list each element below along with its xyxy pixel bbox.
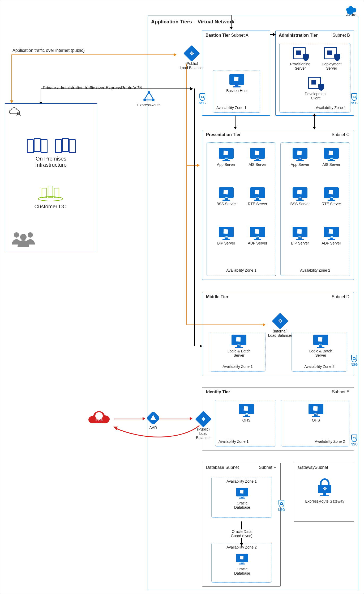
vm-icon: VM — [219, 227, 234, 239]
azure-logo: Azure — [345, 5, 357, 17]
db-az1: Availability Zone 1 VMOracle Database — [211, 477, 272, 518]
pres-az2-label: Availability Zone 2 — [281, 268, 350, 272]
vm-icon: VM — [236, 554, 248, 564]
expressroute: ExpressRoute — [137, 91, 161, 107]
load-balancer-icon — [183, 45, 200, 62]
admin-tier: Administration Tier Subnet B Provisionin… — [275, 31, 354, 116]
admin-az-label: Availability Zone 1 — [316, 106, 346, 110]
vm-icon: VM — [309, 404, 323, 416]
aad-icon — [147, 412, 159, 424]
identity-tier: Identity Tier Subnet E VMOHS Availabilit… — [202, 387, 354, 450]
database-subnet: Database Subnet Subnet F Availability Zo… — [202, 463, 281, 587]
ais-server-label: AIS Server — [249, 162, 267, 167]
mid-az1-label: Availability Zone 1 — [210, 364, 265, 369]
secure-server-icon — [293, 47, 308, 60]
gateway-subnet: GatewaySubnet ✥ ExpressRoute Gateway — [294, 463, 354, 522]
nsg-identity: NSG — [351, 435, 358, 446]
id-az1-label: Availability Zone 1 — [219, 439, 249, 444]
vm-icon: VM — [219, 148, 234, 161]
azure-label: Azure — [346, 12, 356, 17]
bastion-az1: Bastion Host Availability Zone 1 — [213, 70, 260, 113]
customer-dc: Customer DC — [32, 183, 69, 210]
svg-point-1 — [148, 91, 150, 94]
presentation-tier: Presentation Tier Subnet C VMApp Server … — [202, 130, 354, 280]
db-title: Database Subnet — [206, 465, 239, 470]
bastion-host-label: Bastion Host — [226, 89, 247, 93]
vm-icon: VM — [324, 187, 339, 200]
mid-title: Middle Tier — [206, 294, 228, 299]
gw-label: ExpressRoute Gateway — [305, 499, 344, 503]
pres-az1: VMApp Server VMAIS Server VMBSS Server V… — [207, 142, 276, 276]
nsg-bastion: NSG — [199, 93, 206, 105]
mid-az2: VMLogic & Batch Server Availability Zone… — [292, 332, 347, 372]
guard-l2: Guard (sync) — [231, 534, 252, 538]
svg-rect-8 — [54, 188, 59, 198]
svg-marker-16 — [113, 427, 118, 430]
nsg-middle: NSG — [351, 355, 358, 366]
expressroute-label: ExpressRoute — [137, 103, 161, 107]
bastion-subnet: Subnet A — [230, 33, 248, 37]
idcs-cloud: IDCS — [87, 410, 114, 427]
app-server-label: App Server — [217, 162, 235, 167]
svg-rect-19 — [323, 493, 326, 495]
adf-server-label: ADF Server — [248, 241, 267, 245]
rte-server-label: RTE Server — [248, 202, 267, 206]
svg-point-11 — [20, 234, 27, 240]
vnet-title: Application Tiers – Virtual Network — [151, 19, 234, 25]
bastion-title: Bastion Tier — [205, 33, 230, 37]
pres-subnet: Subnet C — [332, 132, 349, 137]
vm-icon: VM — [313, 335, 328, 347]
svg-point-3 — [152, 99, 155, 101]
lb-public-line1: (Public) — [185, 61, 198, 66]
pres-title: Presentation Tier — [206, 132, 241, 137]
admin-title: Administration Tier — [279, 33, 318, 37]
users-icon — [9, 231, 38, 247]
admin-subnet: Subnet B — [332, 33, 350, 38]
svg-rect-20 — [320, 495, 329, 496]
vm-icon: VM — [293, 148, 307, 161]
svg-rect-7 — [48, 186, 53, 198]
svg-point-2 — [143, 99, 146, 101]
mid-az1: VMLogic & Batch Server Availability Zone… — [210, 332, 265, 372]
on-prem-infra-l2: Infrastructure — [35, 162, 67, 168]
vm-icon: VM — [293, 227, 307, 239]
vm-icon: VM — [239, 404, 254, 416]
gw-title: GatewaySubnet — [298, 465, 328, 470]
vm-icon: VM — [293, 187, 307, 200]
bastion-tier: Bastion Tier Subnet A Bastion Host Avail… — [202, 31, 270, 116]
secure-server-icon — [324, 47, 339, 60]
db-subnet: Subnet F — [259, 465, 276, 470]
db-az2: Availability Zone 2 VMOracle Database — [211, 543, 272, 583]
db-az2-label: Availability Zone 2 — [212, 545, 272, 549]
nsg-db: NSG — [278, 500, 285, 512]
vm-icon: VM — [250, 148, 265, 161]
gateway-icon: ✥ — [315, 478, 334, 496]
svg-point-10 — [28, 232, 33, 238]
guard-l1: Oracle Data — [232, 529, 252, 534]
admin-az1: Provisioning Server Deployment Server De… — [279, 43, 350, 113]
vm-icon: VM — [219, 187, 234, 200]
expressroute-gateway: ✥ ExpressRoute Gateway — [305, 478, 345, 503]
vm-icon — [229, 74, 244, 87]
vm-icon: VM — [250, 187, 265, 200]
return-arrow — [112, 424, 202, 443]
ohs-label: OHS — [242, 418, 250, 422]
vm-icon: VM — [250, 227, 265, 239]
id-az2: VMOHS Availability Zone 2 — [281, 400, 349, 446]
svg-rect-6 — [42, 188, 47, 198]
nsg-admin: NSG — [351, 93, 358, 105]
private-traffic-label: Private administration traffic over Expr… — [43, 86, 142, 90]
svg-point-9 — [14, 232, 19, 238]
bastion-host: Bastion Host — [225, 74, 249, 93]
customer-dc-label: Customer DC — [34, 204, 66, 210]
oracle-db-label: Oracle Database — [230, 501, 254, 509]
vm-icon: VM — [232, 335, 246, 347]
server-rack-icon — [54, 138, 76, 153]
prov-label: Provisioning Server — [287, 62, 314, 70]
bip-server-label: BIP Server — [217, 241, 235, 245]
id-az1: VMOHS Availability Zone 1 — [215, 400, 276, 446]
pres-az1-label: Availability Zone 1 — [207, 268, 276, 272]
mid-az2-label: Availability Zone 2 — [292, 364, 347, 369]
svg-text:IDCS: IDCS — [96, 419, 102, 422]
public-traffic-label: Application traffic over internet (publi… — [12, 48, 85, 53]
